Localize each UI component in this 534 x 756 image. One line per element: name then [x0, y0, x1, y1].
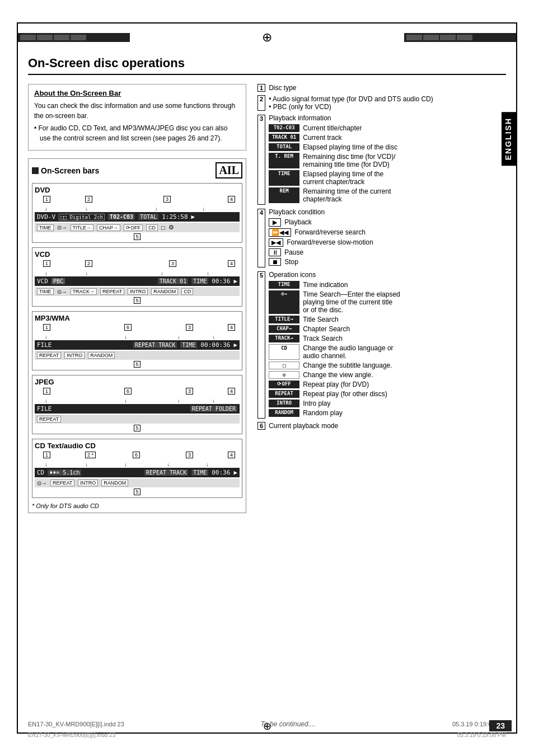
- vcd-arrows: ↓ ↓ ↓ ↓: [35, 270, 240, 276]
- info-item-3: 3 Playback information T02-C03 Current t…: [257, 114, 506, 205]
- bars-title: On-Screen bars: [32, 166, 99, 175]
- op-intro: INTRO Intro play: [269, 400, 400, 407]
- op-time: TIME Time indication: [269, 281, 400, 289]
- dvd-num3: 3: [163, 196, 171, 203]
- disc-type-text: Disc type: [269, 84, 296, 92]
- badge-op-subtitle: □: [269, 361, 299, 369]
- badge-op-track: TRACK→: [269, 335, 299, 342]
- num3: 3: [257, 115, 265, 205]
- item5-content: Operation icons TIME Time indication ⊙→ …: [269, 271, 400, 419]
- pb-ffsearch: ⏩◀◀ Forward/reverse search: [269, 228, 373, 237]
- sub-rem: REM Remaining time of the currentchapter…: [269, 187, 397, 203]
- cd-label: CD Text/audio CD: [35, 442, 240, 450]
- op-chap: CHAP→ Chapter Search: [269, 325, 400, 333]
- jpeg-ops-row: REPEAT: [35, 415, 240, 424]
- footer-file: EN17-30_KV-MRD900[E][i].indd 23: [28, 721, 124, 727]
- badge-op-time: TIME: [269, 281, 299, 289]
- sub-track01: TRACK 01 Current track: [269, 134, 397, 142]
- dvd-title-badge: TITLE→: [71, 224, 94, 231]
- dvd-display-bar: DVD-V □□ Digital 2ch T02-C03 TOTAL 1:25:…: [35, 212, 240, 222]
- info-item-2: 2 • Audio signal format type (for DVD an…: [257, 95, 506, 111]
- page-number-badge: 23: [489, 720, 512, 731]
- page-right-border: [516, 22, 517, 734]
- header-left-bars: [18, 33, 130, 42]
- pb-slowmotion: ▶◀ Forward/reverse slow-motion: [269, 238, 373, 247]
- about-para1: You can check the disc information and u…: [34, 101, 240, 121]
- jpeg-arrows: ↓ ↓ ↓ ↓: [35, 398, 240, 403]
- dvd-num1: 1: [43, 196, 50, 203]
- info-item-5: 5 Operation icons TIME Time indication ⊙…: [257, 271, 506, 419]
- badge-op-timesearch: ⊙→: [269, 290, 299, 314]
- op-subtitle: □ Change the subtitle language.: [269, 361, 400, 369]
- sub-trem: T. REM Remaining disc time (for VCD)/rem…: [269, 153, 397, 168]
- cd-numbers-row: 1 2 * 6 3 4: [35, 452, 240, 461]
- black-square-icon: [32, 167, 39, 174]
- text-time: Elapsed playing time of thecurrent chapt…: [303, 170, 383, 186]
- op-repeatoff: ⟳OFF Repeat play (for DVD): [269, 381, 400, 388]
- text-trem: Remaining disc time (for VCD)/remaining …: [303, 153, 395, 168]
- text-track01: Current track: [303, 134, 341, 142]
- dvd-ops-row: TIME ⊙→ TITLE→ CHAP→ ⟳OFF CD □ ⚙: [35, 223, 240, 232]
- main-content: On-Screen disc operations About the On-S…: [28, 56, 506, 513]
- dvd-numbers-row: 1 2 3 4: [35, 196, 240, 205]
- item2-content: • Audio signal format type (for DVD and …: [269, 95, 433, 111]
- badge-trem: T. REM: [269, 153, 299, 168]
- badge-op-chap: CHAP→: [269, 325, 299, 333]
- op-audio: CD Change the audio language oraudio cha…: [269, 344, 400, 360]
- op-angle: ⚙ Change the view angle.: [269, 371, 400, 379]
- num6: 6: [257, 422, 265, 430]
- text-rem: Remaining time of the currentchapter/tra…: [303, 187, 391, 203]
- bars-title-row: On-Screen bars AIL: [32, 162, 242, 179]
- jpeg-display-bar: FILE REPEAT FOLDER: [35, 404, 240, 414]
- dvd-num4: 4: [228, 196, 235, 203]
- bars-section: On-Screen bars AIL DVD 1 2 3 4: [28, 158, 246, 513]
- dvd-cd-badge: CD: [146, 224, 158, 231]
- two-column-layout: About the On-Screen Bar You can check th…: [28, 84, 506, 513]
- about-heading: About the On-Screen Bar: [34, 89, 240, 97]
- mp3-arrows: ↓ ↓ ↓ ↓: [35, 334, 240, 340]
- op-timesearch: ⊙→ Time Search—Enter the elapsedplaying …: [269, 290, 400, 314]
- pb-pause: ⏸ Pause: [269, 248, 373, 256]
- icon-stop: ⏹: [269, 258, 281, 266]
- item4-content: Playback condition ▶ Playback ⏩◀◀ Forwar…: [269, 208, 373, 267]
- vcd-num5: 5: [35, 297, 240, 304]
- mp3-numbers-row: 1 6 3 4: [35, 324, 240, 333]
- text-t02c03: Current title/chapter: [303, 124, 362, 132]
- vcd-display-bar: VCD PBC TRACK 01 TIME 00:36 ▶: [35, 276, 240, 286]
- mp3-section: MP3/WMA 1 6 3 4 ↓ ↓ ↓ ↓ FILE: [32, 311, 242, 370]
- info-item-1: 1 Disc type: [257, 84, 506, 92]
- dvd-section: DVD 1 2 3 4 ↓ ↓ ↓ ↓: [32, 183, 242, 243]
- pb-play: ▶ Playback: [269, 218, 373, 227]
- page-number-area: 23: [489, 720, 512, 731]
- badge-op-intro: INTRO: [269, 400, 299, 407]
- header-right-bars: [404, 33, 516, 42]
- vcd-section: VCD 1 2 3 4 ↓ ↓ ↓ ↓ VCD P: [32, 247, 242, 307]
- vcd-ops-row: TIME ⊙→ TRACK→ REPEAT INTRO RANDOM CD: [35, 287, 240, 296]
- badge-total: TOTAL: [269, 143, 299, 151]
- dvd-time-badge: TIME: [37, 224, 54, 231]
- badge-op-repeatoff: ⟳OFF: [269, 381, 299, 388]
- dvd-repeat-badge: ⟳OFF: [124, 224, 143, 231]
- badge-rem: REM: [269, 187, 299, 203]
- sub-time: TIME Elapsed playing time of thecurrent …: [269, 170, 397, 186]
- dvd-num5: 5: [35, 233, 240, 240]
- about-section: About the On-Screen Bar You can check th…: [28, 84, 246, 151]
- op-repeat: REPEAT Repeat play (for other discs): [269, 390, 400, 398]
- dvd-num2: 2: [85, 196, 92, 203]
- info-item-6: 6 Current playback mode: [257, 422, 506, 430]
- badge-op-audio: CD: [269, 344, 299, 360]
- header-center: ⊕: [130, 30, 404, 45]
- badge-op-angle: ⚙: [269, 371, 299, 379]
- info-item-4: 4 Playback condition ▶ Playback ⏩◀◀ Forw…: [257, 208, 506, 267]
- badge-t02c03: T02-C03: [269, 124, 299, 132]
- cd-arrows: ↓ ↓ ↓ ↓ ↓: [35, 462, 240, 467]
- icon-play: ▶: [269, 218, 281, 227]
- header-area: ⊕: [18, 24, 516, 51]
- dts-note: * Only for DTS audio CD: [32, 503, 242, 509]
- mp3-display-bar: FILE REPEAT TRACK TIME 00:00:36 ▶: [35, 340, 240, 350]
- num2: 2: [257, 95, 265, 111]
- badge-time: TIME: [269, 170, 299, 186]
- print-date: 05.3.19 0:19:08 PM: [457, 732, 506, 738]
- jpeg-section: JPEG 1 6 3 4 ↓ ↓ ↓ ↓ FILE: [32, 375, 242, 434]
- logo-icon: AIL: [216, 162, 242, 179]
